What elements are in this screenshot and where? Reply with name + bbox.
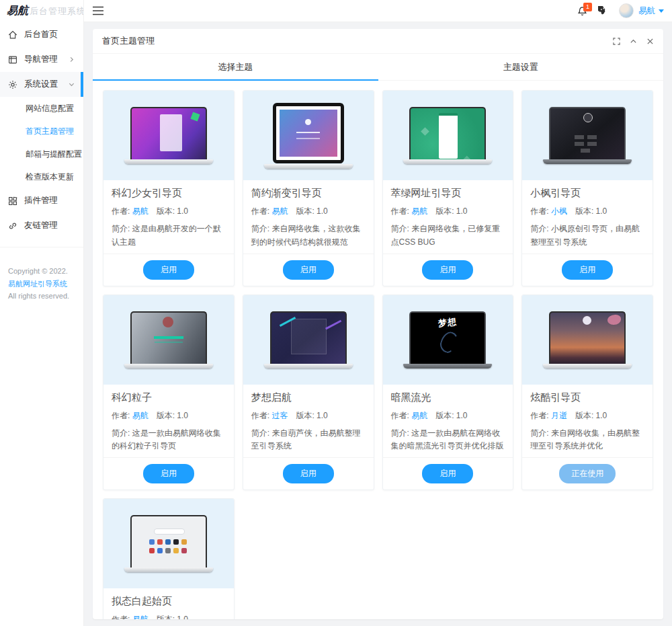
theme-version: 1.0 [596, 206, 607, 216]
tab-select-theme[interactable]: 选择主题 [93, 54, 378, 80]
theme-author-link[interactable]: 小枫 [551, 206, 567, 216]
author-label: 作者: [112, 411, 132, 420]
version-label: 版本: [435, 411, 456, 420]
theme-title: 科幻少女引导页 [112, 187, 226, 200]
theme-thumbnail [103, 91, 234, 180]
copyright-text: Copyright © 2022. 易航网址引导系统 All rights re… [0, 257, 83, 311]
version-label: 版本: [575, 411, 596, 420]
app-logo: 易航 后台管理系统 [0, 0, 83, 22]
author-label: 作者: [112, 615, 132, 619]
notification-badge: 1 [583, 3, 592, 11]
theme-author-link[interactable]: 月逝 [551, 411, 567, 420]
tab-theme-settings[interactable]: 主题设置 [378, 54, 664, 80]
theme-thumbnail [103, 499, 234, 588]
theme-title: 炫酷引导页 [530, 391, 644, 404]
theme-title: 科幻粒子 [112, 391, 226, 404]
theme-author-link[interactable]: 易航 [132, 411, 149, 420]
theme-version: 1.0 [177, 206, 188, 216]
laptop-mockup [543, 107, 632, 164]
theme-in-use-button[interactable]: 正在使用 [559, 464, 616, 483]
version-label: 版本: [157, 615, 177, 619]
system-settings-submenu: 网站信息配置 首页主题管理 邮箱与提醒配置 检查版本更新 [0, 97, 83, 188]
theme-description: 简介: 来自葫芦侠，由易航整理至引导系统 [251, 427, 366, 454]
sidebar-item-friend-links[interactable]: 友链管理 [0, 213, 83, 238]
apply-theme-button[interactable]: 启用 [562, 260, 613, 280]
apply-theme-button[interactable]: 启用 [283, 260, 334, 280]
close-icon[interactable] [646, 38, 654, 45]
collapse-icon[interactable] [630, 38, 637, 45]
tab-bar: 选择主题 主题设置 [93, 54, 663, 81]
user-avatar[interactable] [619, 3, 634, 18]
theme-title: 小枫引导页 [530, 187, 644, 200]
theme-description: 简介: 小枫原创引导页，由易航整理至引导系统 [530, 223, 644, 249]
theme-card: 拟态白起始页 作者: 易航版本: 1.0 简介: 来自网络收集 启用 [103, 498, 235, 619]
sidebar-item-label: 友链管理 [24, 220, 75, 231]
fullscreen-icon[interactable] [613, 38, 620, 45]
author-label: 作者: [530, 206, 551, 216]
desc-label: 简介: [391, 224, 412, 233]
apply-theme-button[interactable]: 启用 [422, 260, 473, 280]
sidebar-subitem-site-info[interactable]: 网站信息配置 [0, 97, 83, 120]
apply-theme-button[interactable]: 启用 [143, 464, 194, 483]
theme-author-link[interactable]: 易航 [271, 206, 288, 216]
notifications-bell-icon[interactable]: 1 [577, 6, 587, 16]
sidebar-item-system-settings[interactable]: 系统设置 [0, 72, 83, 97]
top-header: 1 易航 [84, 0, 672, 22]
sidebar-divider [0, 238, 83, 247]
sidebar-subitem-theme-management[interactable]: 首页主题管理 [0, 120, 83, 143]
username: 易航 [638, 5, 655, 17]
theme-author-link[interactable]: 易航 [132, 206, 149, 216]
user-menu[interactable]: 易航 [638, 5, 664, 17]
copyright-suffix: All rights reserved. [8, 292, 69, 300]
desc-label: 简介: [251, 428, 272, 438]
brand-subtitle: 后台管理系统 [30, 5, 83, 17]
theme-version: 1.0 [317, 206, 328, 216]
menu-toggle-icon[interactable] [92, 6, 104, 15]
sidebar-item-plugins[interactable]: 插件管理 [0, 188, 83, 213]
author-label: 作者: [391, 411, 412, 420]
theme-thumbnail [522, 91, 653, 180]
sidebar: 易航 后台管理系统 后台首页 导航管理 系统设置 [0, 0, 84, 626]
theme-meta: 作者: 易航版本: 1.0 [112, 410, 226, 422]
apply-theme-button[interactable]: 启用 [422, 464, 473, 483]
theme-card: 科幻少女引导页 作者: 易航版本: 1.0 简介: 这是由易航开发的一个默认主题… [103, 90, 235, 286]
panel-title: 首页主题管理 [102, 35, 155, 47]
sidebar-item-label: 系统设置 [24, 79, 69, 90]
theme-thumbnail [103, 295, 234, 385]
laptop-mockup [403, 107, 492, 164]
sidebar-item-label: 导航管理 [24, 54, 69, 65]
theme-grid-container: 科幻少女引导页 作者: 易航版本: 1.0 简介: 这是由易航开发的一个默认主题… [93, 81, 663, 619]
author-label: 作者: [251, 411, 272, 420]
theme-version: 1.0 [317, 411, 328, 420]
desc-label: 简介: [530, 224, 551, 233]
theme-author-link[interactable]: 易航 [411, 206, 427, 216]
version-label: 版本: [157, 206, 177, 216]
copyright-link[interactable]: 易航网址引导系统 [8, 280, 67, 288]
theme-description: 简介: 来自网络收集，这款收集到的时候代码结构就很规范 [251, 223, 366, 249]
desc-label: 简介: [112, 428, 132, 438]
theme-meta: 作者: 易航版本: 1.0 [112, 614, 226, 619]
theme-meta: 作者: 月逝版本: 1.0 [530, 410, 644, 422]
apply-theme-button[interactable]: 启用 [283, 464, 334, 483]
sidebar-item-label: 插件管理 [24, 195, 75, 206]
apply-theme-button[interactable]: 启用 [143, 260, 194, 280]
theme-description: 简介: 来自网络收集，由易航整理至引导系统并优化 [530, 427, 644, 454]
theme-author-link[interactable]: 过客 [271, 411, 288, 420]
sidebar-subitem-version-check[interactable]: 检查版本更新 [0, 165, 83, 188]
version-label: 版本: [296, 206, 317, 216]
theme-author-link[interactable]: 易航 [411, 411, 427, 420]
main-area: 1 易航 首页主题管理 [84, 0, 672, 626]
chevron-right-icon [69, 56, 75, 63]
theme-palette-icon[interactable] [598, 6, 608, 16]
desc-label: 简介: [251, 224, 272, 233]
author-label: 作者: [530, 411, 551, 420]
desc-label: 简介: [112, 224, 132, 233]
home-icon [8, 30, 17, 40]
sidebar-item-dashboard[interactable]: 后台首页 [0, 22, 83, 47]
theme-grid: 科幻少女引导页 作者: 易航版本: 1.0 简介: 这是由易航开发的一个默认主题… [103, 90, 653, 619]
theme-title: 暗黑流光 [391, 391, 505, 404]
theme-thumbnail [522, 295, 653, 385]
theme-author-link[interactable]: 易航 [132, 615, 149, 619]
sidebar-item-navigation[interactable]: 导航管理 [0, 47, 83, 72]
sidebar-subitem-mail-config[interactable]: 邮箱与提醒配置 [0, 143, 83, 165]
